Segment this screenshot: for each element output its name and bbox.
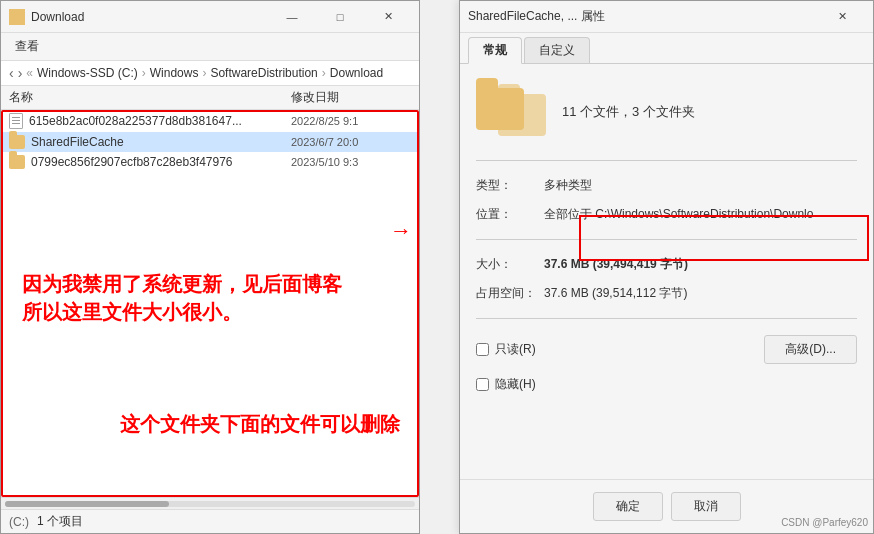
scrollbar-thumb[interactable] <box>5 501 169 507</box>
list-item[interactable]: SharedFileCache 2023/6/7 20:0 <box>1 132 419 152</box>
cancel-button[interactable]: 取消 <box>671 492 741 521</box>
disk-size-value: 37.6 MB (39,514,112 字节) <box>544 285 857 302</box>
menu-bar: 查看 <box>1 33 419 61</box>
horizontal-scrollbar[interactable] <box>1 497 419 509</box>
dialog-title: SharedFileCache, ... 属性 <box>468 8 813 25</box>
left-panel-label: (C:) <box>9 515 29 529</box>
tab-general[interactable]: 常规 <box>468 37 522 64</box>
list-item[interactable]: 615e8b2ac0f028a225377d8db381647... 2022/… <box>1 110 419 132</box>
explorer-title-bar: Download — □ ✕ <box>1 1 419 33</box>
hidden-checkbox[interactable] <box>476 378 489 391</box>
divider-3 <box>476 318 857 319</box>
readonly-label: 只读(R) <box>495 341 536 358</box>
properties-dialog: SharedFileCache, ... 属性 ✕ 常规 自定义 11 个文件，… <box>459 0 874 534</box>
col-name-header[interactable]: 名称 <box>9 89 291 106</box>
divider-1 <box>476 160 857 161</box>
hidden-checkbox-row: 隐藏(H) <box>476 376 857 393</box>
dialog-title-bar: SharedFileCache, ... 属性 ✕ <box>460 1 873 33</box>
item-count: 1 个项目 <box>37 513 83 530</box>
minimize-button[interactable]: — <box>269 4 315 30</box>
tab-custom[interactable]: 自定义 <box>524 37 590 63</box>
menu-view[interactable]: 查看 <box>7 35 47 58</box>
file-date: 2023/6/7 20:0 <box>291 136 411 148</box>
explorer-title: Download <box>31 10 84 24</box>
type-label: 类型： <box>476 177 536 194</box>
window-controls: — □ ✕ <box>269 4 411 30</box>
maximize-button[interactable]: □ <box>317 4 363 30</box>
breadcrumb: ‹ › « Windows-SSD (C:) › Windows › Softw… <box>1 61 419 86</box>
folder-icon <box>9 135 25 149</box>
annotation-2: 所以这里文件大小很小。 <box>22 298 242 326</box>
readonly-row: 只读(R) 高级(D)... <box>476 335 857 364</box>
hidden-label: 隐藏(H) <box>495 376 536 393</box>
divider-2 <box>476 239 857 240</box>
folder-icon <box>9 9 25 25</box>
breadcrumb-item-4[interactable]: Download <box>330 66 383 80</box>
col-date-header[interactable]: 修改日期 <box>291 89 411 106</box>
breadcrumb-item-1[interactable]: Windows-SSD (C:) <box>37 66 138 80</box>
dialog-tabs: 常规 自定义 <box>460 33 873 64</box>
dialog-content: 11 个文件，3 个文件夹 类型： 多种类型 位置： 全部位于 C:\Windo… <box>460 64 873 479</box>
doc-icon <box>9 113 23 129</box>
file-name: 0799ec856f2907ecfb87c28eb3f47976 <box>31 155 285 169</box>
prop-disk-size-row: 占用空间： 37.6 MB (39,514,112 字节) <box>476 285 857 302</box>
file-name: SharedFileCache <box>31 135 285 149</box>
breadcrumb-item-2[interactable]: Windows <box>150 66 199 80</box>
explorer-window: Download — □ ✕ 查看 ‹ › « Windows-SSD (C:)… <box>0 0 420 534</box>
location-label: 位置： <box>476 206 536 223</box>
scrollbar-track[interactable] <box>5 501 415 507</box>
annotation-3: 这个文件夹下面的文件可以删除 <box>120 410 400 438</box>
size-label: 大小： <box>476 256 536 273</box>
watermark: CSDN @Parfey620 <box>781 517 868 528</box>
location-value: 全部位于 C:\Windows\SoftwareDistribution\Dow… <box>544 206 857 223</box>
back-icon[interactable]: ‹ <box>9 65 14 81</box>
file-date: 2022/8/25 9:1 <box>291 115 411 127</box>
arrow-annotation: → <box>390 218 412 244</box>
big-folder-icon-2 <box>498 94 546 136</box>
disk-size-label: 占用空间： <box>476 285 536 302</box>
status-bar: (C:) 1 个项目 <box>1 509 419 533</box>
advanced-button[interactable]: 高级(D)... <box>764 335 857 364</box>
file-date: 2023/5/10 9:3 <box>291 156 411 168</box>
file-summary: 11 个文件，3 个文件夹 <box>476 80 857 144</box>
file-name: 615e8b2ac0f028a225377d8db381647... <box>29 114 285 128</box>
prop-type-row: 类型： 多种类型 <box>476 177 857 194</box>
type-value: 多种类型 <box>544 177 857 194</box>
close-button[interactable]: ✕ <box>365 4 411 30</box>
breadcrumb-item-3[interactable]: SoftwareDistribution <box>210 66 317 80</box>
readonly-checkbox[interactable] <box>476 343 489 356</box>
readonly-checkbox-row: 只读(R) <box>476 341 536 358</box>
ok-button[interactable]: 确定 <box>593 492 663 521</box>
size-value: 37.6 MB (39,494,419 字节) <box>544 256 857 273</box>
list-item[interactable]: 0799ec856f2907ecfb87c28eb3f47976 2023/5/… <box>1 152 419 172</box>
folder-icon <box>9 155 25 169</box>
annotation-1: 因为我禁用了系统更新，见后面博客 <box>22 270 342 298</box>
forward-icon[interactable]: › <box>18 65 23 81</box>
dialog-close-button[interactable]: ✕ <box>819 4 865 30</box>
prop-location-row: 位置： 全部位于 C:\Windows\SoftwareDistribution… <box>476 206 857 223</box>
prop-size-row: 大小： 37.6 MB (39,494,419 字节) <box>476 256 857 273</box>
file-list-header: 名称 修改日期 <box>1 86 419 110</box>
file-count: 11 个文件，3 个文件夹 <box>562 103 695 121</box>
